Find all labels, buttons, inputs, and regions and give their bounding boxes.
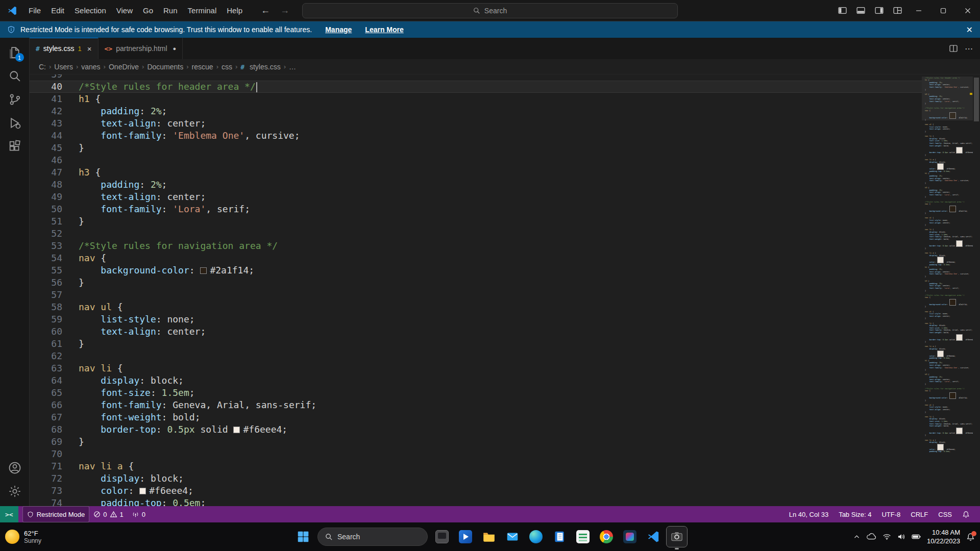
- edge-icon[interactable]: [526, 527, 546, 547]
- line-number[interactable]: 49: [30, 191, 62, 203]
- line-number[interactable]: 68: [30, 423, 62, 436]
- line-number[interactable]: 48: [30, 179, 62, 191]
- line-number[interactable]: 58: [30, 301, 62, 313]
- code-line[interactable]: 62: [30, 350, 922, 362]
- office-app-icon[interactable]: [573, 527, 593, 547]
- start-button[interactable]: [293, 527, 313, 547]
- code-line[interactable]: 65 font-size: 1.5em;: [30, 387, 922, 399]
- code-line[interactable]: 55 background-color: #2a1f14;: [30, 264, 922, 277]
- color-swatch[interactable]: [937, 257, 944, 263]
- color-swatch[interactable]: [956, 240, 963, 247]
- menu-help[interactable]: Help: [222, 3, 248, 18]
- line-number[interactable]: 47: [30, 166, 62, 179]
- minimize-button[interactable]: [906, 0, 931, 21]
- line-number[interactable]: 55: [30, 264, 62, 277]
- code-line[interactable]: 45}: [30, 142, 922, 154]
- extensions-icon[interactable]: [3, 135, 27, 158]
- close-window-button[interactable]: [955, 0, 980, 21]
- line-number[interactable]: 61: [30, 338, 62, 350]
- line-number[interactable]: 71: [30, 460, 62, 472]
- code-line[interactable]: 46: [30, 154, 922, 166]
- line-number[interactable]: 69: [30, 436, 62, 448]
- code-line[interactable]: 54nav {: [30, 252, 922, 264]
- code-line[interactable]: 59 list-style: none;: [30, 313, 922, 325]
- code-line[interactable]: 63nav li {: [30, 362, 922, 374]
- code-editor[interactable]: 3940/*Style rules for header area */41h1…: [30, 74, 922, 506]
- code-line[interactable]: 60 text-align: center;: [30, 325, 922, 338]
- cursor-position[interactable]: Ln 40, Col 33: [784, 511, 834, 518]
- line-number[interactable]: 56: [30, 277, 62, 289]
- minimap-viewport[interactable]: [922, 77, 973, 120]
- color-swatch[interactable]: [937, 350, 944, 357]
- code-line[interactable]: 50 font-family: 'Lora', serif;: [30, 203, 922, 215]
- code-line[interactable]: 71nav li a {: [30, 460, 922, 472]
- mail-icon[interactable]: [502, 527, 523, 547]
- color-swatch[interactable]: [949, 299, 956, 306]
- line-number[interactable]: 43: [30, 117, 62, 130]
- line-number[interactable]: 45: [30, 142, 62, 154]
- menu-edit[interactable]: Edit: [46, 3, 69, 18]
- editor-scrollbar[interactable]: [973, 74, 980, 506]
- code-line[interactable]: 41h1 {: [30, 93, 922, 105]
- menu-terminal[interactable]: Terminal: [183, 3, 222, 18]
- color-swatch[interactable]: [949, 392, 956, 399]
- breadcrumb-item[interactable]: # styles.css: [240, 63, 280, 71]
- line-number[interactable]: 73: [30, 485, 62, 497]
- file-explorer-icon[interactable]: [479, 527, 499, 547]
- volume-icon[interactable]: [897, 533, 905, 540]
- code-line[interactable]: 44 font-family: 'Emblema One', cursive;: [30, 130, 922, 142]
- code-line[interactable]: 58nav ul {: [30, 301, 922, 313]
- line-number[interactable]: 39: [30, 74, 62, 81]
- code-line[interactable]: 47h3 {: [30, 166, 922, 179]
- color-swatch[interactable]: [139, 488, 146, 494]
- line-number[interactable]: 52: [30, 228, 62, 240]
- run-debug-icon[interactable]: [3, 111, 27, 135]
- onedrive-cloud-icon[interactable]: [866, 533, 876, 540]
- notification-center[interactable]: [966, 533, 975, 541]
- line-number[interactable]: 54: [30, 252, 62, 264]
- line-number[interactable]: 59: [30, 313, 62, 325]
- language-mode[interactable]: CSS: [933, 511, 957, 518]
- remote-indicator[interactable]: ><: [0, 506, 18, 522]
- code-line[interactable]: 42 padding: 2%;: [30, 105, 922, 117]
- wifi-icon[interactable]: [883, 533, 891, 540]
- photos-icon[interactable]: [620, 527, 640, 547]
- account-icon[interactable]: [3, 456, 27, 480]
- breadcrumb-item[interactable]: Documents: [147, 63, 183, 71]
- restricted-mode-status[interactable]: Restricted Mode: [22, 506, 90, 522]
- code-line[interactable]: 66 font-family: Geneva, Arial, sans-seri…: [30, 399, 922, 411]
- code-line[interactable]: 69}: [30, 436, 922, 448]
- code-line[interactable]: 70: [30, 448, 922, 460]
- split-editor-icon[interactable]: [949, 44, 958, 53]
- notifications-bell-icon[interactable]: [957, 511, 975, 518]
- toggle-secondary-sidebar-icon[interactable]: [870, 0, 888, 21]
- back-button[interactable]: ←: [261, 5, 270, 16]
- code-line[interactable]: 74 padding-top: 0.5em;: [30, 497, 922, 506]
- explorer-icon[interactable]: 1: [3, 41, 27, 64]
- color-swatch[interactable]: [956, 147, 963, 154]
- forward-button[interactable]: →: [280, 5, 289, 16]
- learn-more-link[interactable]: Learn More: [365, 26, 403, 34]
- chrome-icon[interactable]: [596, 527, 617, 547]
- code-line[interactable]: 39: [30, 74, 922, 81]
- line-number[interactable]: 74: [30, 497, 62, 506]
- line-number[interactable]: 40: [30, 81, 62, 93]
- line-number[interactable]: 60: [30, 325, 62, 338]
- toggle-panel-icon[interactable]: [851, 0, 870, 21]
- breadcrumb-item[interactable]: rescue: [192, 63, 213, 71]
- line-number[interactable]: 67: [30, 411, 62, 423]
- line-number[interactable]: 70: [30, 448, 62, 460]
- line-number[interactable]: 53: [30, 240, 62, 252]
- menu-file[interactable]: File: [23, 3, 46, 18]
- tab-close-icon[interactable]: ×: [87, 44, 92, 53]
- menu-selection[interactable]: Selection: [69, 3, 111, 18]
- breadcrumb-item[interactable]: Users: [54, 63, 73, 71]
- breadcrumb-item[interactable]: css: [222, 63, 232, 71]
- menu-run[interactable]: Run: [158, 3, 183, 18]
- line-number[interactable]: 51: [30, 215, 62, 228]
- tray-chevron-up-icon[interactable]: [853, 534, 860, 540]
- code-line[interactable]: 48 padding: 2%;: [30, 179, 922, 191]
- vscode-icon[interactable]: [643, 527, 664, 547]
- line-number[interactable]: 66: [30, 399, 62, 411]
- line-number[interactable]: 65: [30, 387, 62, 399]
